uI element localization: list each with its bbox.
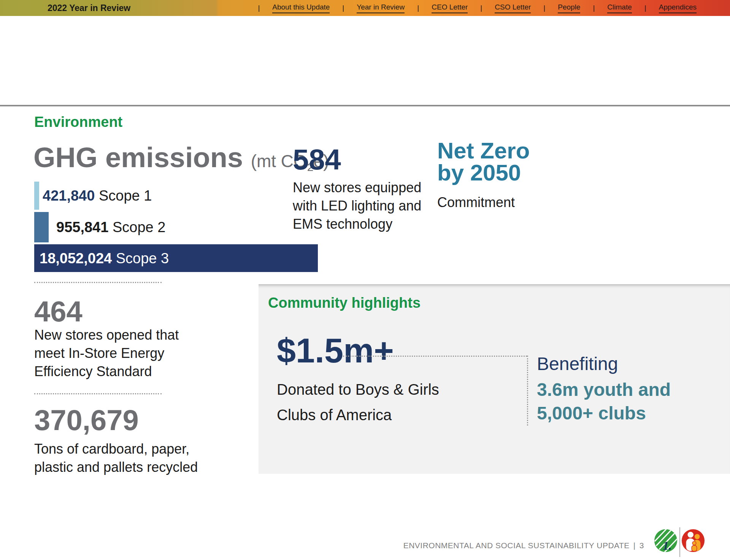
- donation-stat-desc: Donated to Boys & Girls Clubs of America: [277, 377, 439, 428]
- page-number: 3: [640, 541, 644, 550]
- net-zero-caption: Commitment: [437, 195, 515, 210]
- recycled-stat-desc: Tons of cardboard, paper, plastic and pa…: [34, 440, 198, 476]
- top-nav: | About this Update | Year in Review | C…: [258, 0, 697, 16]
- led-stat-desc: New stores equipped with LED lighting an…: [293, 179, 421, 234]
- benefit-stat: 3.6m youth and 5,000+ clubs: [537, 378, 671, 426]
- nav-separator: |: [543, 4, 545, 12]
- led-stat-value: 584: [293, 145, 341, 174]
- nav-link-cso-letter[interactable]: CSO Letter: [495, 3, 531, 13]
- stores-stat-value: 464: [34, 297, 83, 326]
- chart-row-scope3: 18,052,024 Scope 3: [34, 244, 323, 272]
- chart-row-scope1: 421,840 Scope 1: [34, 182, 323, 210]
- report-title: 2022 Year in Review: [48, 0, 130, 16]
- scope3-label: 18,052,024 Scope 3: [40, 250, 169, 266]
- logo-divider: [679, 527, 680, 557]
- nav-link-year-in-review[interactable]: Year in Review: [357, 3, 405, 13]
- dollar-tree-logo: 1.: [654, 529, 678, 552]
- scope1-value: 421,840: [43, 188, 95, 204]
- benefit-intro: Benefiting: [537, 353, 618, 374]
- nav-separator: |: [480, 4, 482, 12]
- chart-row-scope2: 955,841 Scope 2: [34, 212, 323, 242]
- nav-separator: |: [644, 4, 646, 12]
- nav-link-people[interactable]: People: [558, 3, 580, 13]
- nav-link-ceo-letter[interactable]: CEO Letter: [432, 3, 468, 13]
- nav-link-about-this-update[interactable]: About this Update: [272, 3, 330, 13]
- scope2-category: Scope 2: [113, 219, 165, 235]
- ghg-title-text: GHG emissions: [33, 142, 243, 173]
- stores-stat-desc: New stores opened that meet In-Store Ene…: [34, 326, 179, 381]
- dotted-divider: [34, 282, 162, 283]
- nav-link-appendices[interactable]: Appendices: [659, 3, 697, 13]
- svg-text:1.: 1.: [663, 539, 671, 552]
- scope1-label: 421,840 Scope 1: [43, 188, 152, 204]
- nav-separator: |: [342, 4, 344, 12]
- family-dollar-logo: [681, 529, 705, 552]
- community-highlights-title: Community highlights: [268, 295, 421, 311]
- nav-link-climate[interactable]: Climate: [607, 3, 632, 13]
- section-divider-rule: [0, 105, 730, 106]
- dotted-divider: [34, 393, 162, 394]
- scope3-value: 18,052,024: [40, 250, 112, 266]
- net-zero-headline: Net Zero by 2050: [437, 140, 530, 184]
- footer-separator: |: [633, 541, 636, 550]
- nav-separator: |: [417, 4, 419, 12]
- nav-separator: |: [593, 4, 595, 12]
- scope2-value: 955,841: [56, 219, 108, 235]
- scope1-category: Scope 1: [99, 188, 152, 204]
- dotted-connector-vertical: [527, 356, 528, 426]
- ghg-emissions-title: GHG emissions (mt CO2e): [33, 144, 329, 173]
- top-nav-bar: 2022 Year in Review | About this Update …: [0, 0, 730, 16]
- recycled-stat-value: 370,679: [34, 406, 139, 435]
- page: 2022 Year in Review | About this Update …: [0, 0, 730, 560]
- scope1-bar: [34, 182, 39, 210]
- donation-stat-value: $1.5m+: [277, 334, 394, 368]
- nav-separator: |: [258, 4, 260, 12]
- ghg-bar-chart: 421,840 Scope 1 955,841 Scope 2 18,052,0…: [34, 182, 323, 272]
- scope2-label: 955,841 Scope 2: [56, 219, 165, 236]
- scope2-bar: [34, 212, 49, 242]
- footer-caption: ENVIRONMENTAL AND SOCIAL SUSTAINABILITY …: [403, 541, 644, 550]
- dotted-connector-horizontal: [343, 356, 527, 357]
- section-label-environment: Environment: [34, 114, 122, 130]
- scope3-category: Scope 3: [116, 250, 169, 266]
